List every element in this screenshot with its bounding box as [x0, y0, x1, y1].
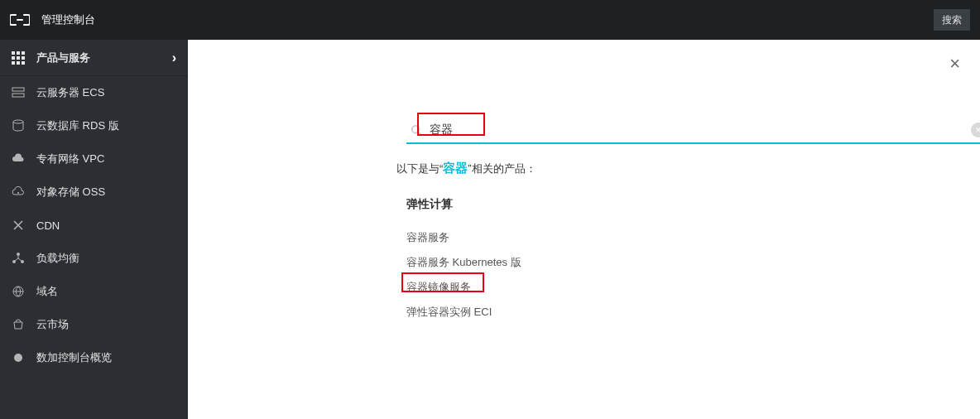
sidebar-item-market[interactable]: 云市场: [0, 308, 188, 341]
sidebar-item-oss[interactable]: 对象存储 OSS: [0, 176, 188, 209]
product-label: 容器服务: [406, 230, 449, 245]
content: × × 以下是与“容器”相关的产品： 弹性计算 容器服务 容器服务 Kubern…: [188, 40, 980, 419]
database-icon: [12, 119, 25, 132]
product-item[interactable]: 容器服务: [406, 225, 521, 250]
sidebar-item-label: 云数据库 RDS 版: [36, 118, 119, 133]
svg-point-9: [412, 126, 420, 133]
brand-logo: [10, 13, 30, 26]
cdn-icon: [12, 219, 25, 232]
grid-icon: [12, 51, 25, 65]
cloud-storage-icon: [12, 185, 25, 199]
market-icon: [12, 318, 25, 331]
sidebar-products-label: 产品与服务: [36, 51, 161, 65]
desc-pre: 以下是与“: [396, 162, 443, 175]
product-label: 弹性容器实例 ECI: [406, 305, 492, 320]
sidebar-item-domain[interactable]: 域名: [0, 275, 188, 308]
sidebar-item-label: 云服务器 ECS: [36, 85, 104, 100]
sidebar-item-label: 专有网络 VPC: [36, 152, 104, 166]
console-title: 管理控制台: [41, 12, 95, 27]
sidebar-item-label: 域名: [36, 284, 58, 299]
section-title: 弹性计算: [406, 197, 453, 212]
product-label: 容器镜像服务: [406, 280, 471, 295]
product-item[interactable]: 容器服务 Kubernetes 版: [406, 250, 521, 275]
sidebar-item-label: 对象存储 OSS: [36, 185, 105, 200]
product-item[interactable]: 容器镜像服务: [406, 275, 521, 300]
sidebar-item-label: 数加控制台概览: [36, 350, 112, 365]
sidebar-item-slb[interactable]: 负载均衡: [0, 242, 188, 275]
sidebar-item-cdn[interactable]: CDN: [0, 209, 188, 242]
sidebar-item-label: 负载均衡: [36, 251, 79, 266]
search-result-desc: 以下是与“容器”相关的产品：: [396, 161, 536, 176]
sidebar-item-label: 云市场: [36, 317, 69, 332]
sidebar-item-ecs[interactable]: 云服务器 ECS: [0, 76, 188, 109]
desc-keyword: 容器: [443, 161, 468, 175]
load-balance-icon: [12, 252, 25, 265]
desc-post: ”相关的产品：: [468, 162, 536, 175]
sidebar-item-rds[interactable]: 云数据库 RDS 版: [0, 109, 188, 142]
sidebar-item-vpc[interactable]: 专有网络 VPC: [0, 142, 188, 176]
topbar: 管理控制台 搜索: [0, 0, 980, 40]
sidebar-item-dataplus[interactable]: 数加控制台概览: [0, 341, 188, 374]
topbar-left: 管理控制台: [10, 12, 95, 27]
svg-rect-0: [12, 88, 24, 91]
svg-point-3: [17, 192, 19, 194]
svg-point-8: [14, 354, 22, 362]
svg-rect-1: [12, 94, 24, 97]
product-search: ×: [406, 118, 980, 144]
product-label: 容器服务 Kubernetes 版: [406, 255, 521, 270]
svg-point-4: [17, 253, 20, 256]
circle-icon: [12, 351, 25, 364]
chevron-right-icon: ›: [172, 51, 176, 65]
sidebar-item-label: CDN: [36, 219, 60, 232]
globe-icon: [12, 285, 25, 298]
server-icon: [12, 86, 25, 99]
product-search-input[interactable]: [423, 123, 971, 137]
product-item[interactable]: 弹性容器实例 ECI: [406, 300, 521, 325]
sidebar-products[interactable]: 产品与服务 ›: [0, 40, 188, 76]
cloud-lock-icon: [12, 152, 25, 166]
product-list: 容器服务 容器服务 Kubernetes 版 容器镜像服务 弹性容器实例 ECI: [406, 225, 521, 325]
search-icon: [410, 123, 423, 137]
svg-point-2: [13, 120, 23, 123]
sidebar: 产品与服务 › 云服务器 ECS 云数据库 RDS 版 专有网络 VPC 对象存…: [0, 40, 188, 419]
header-search-button[interactable]: 搜索: [934, 9, 970, 31]
close-icon[interactable]: ×: [949, 55, 960, 73]
clear-icon[interactable]: ×: [971, 123, 980, 137]
